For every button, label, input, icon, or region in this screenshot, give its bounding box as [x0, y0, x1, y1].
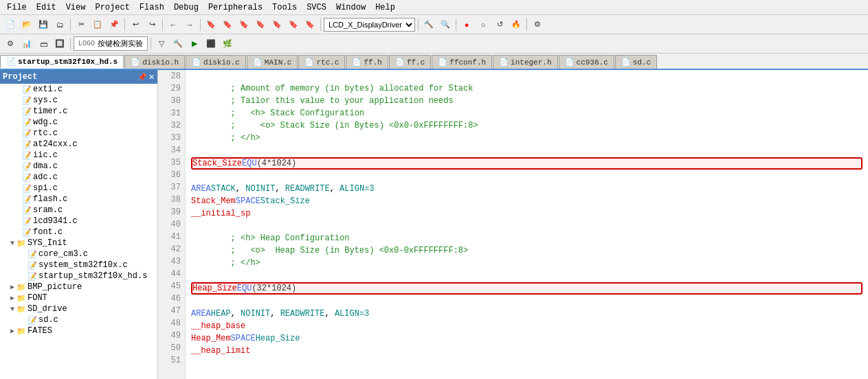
cut-button[interactable]: ✂	[74, 17, 89, 32]
menu-help[interactable]: Help	[371, 1, 399, 14]
tree-item-sys[interactable]: 📝 sys.c	[0, 95, 157, 106]
code-line-41: ; <h> Heap Configuration	[191, 232, 863, 244]
tab-startup[interactable]: 📄 startup_stm32f10x_hd.s	[0, 55, 124, 69]
tree-item-timer[interactable]: 📝 timer.c	[0, 106, 157, 117]
tree-item-spi[interactable]: 📝 spi.c	[0, 183, 157, 194]
tree-item-iic[interactable]: 📝 iic.c	[0, 150, 157, 161]
bookmark2-button[interactable]: 🔖	[220, 17, 235, 32]
bookmark5-button[interactable]: 🔖	[269, 17, 285, 32]
tab-main-c[interactable]: 📄 MAIN.c	[247, 55, 298, 69]
tree-item-sram[interactable]: 📝 sram.c	[0, 205, 157, 216]
build-button[interactable]: 🔨	[421, 17, 436, 32]
nav-back-button[interactable]: ←	[166, 17, 181, 32]
open-button[interactable]: 📂	[19, 17, 34, 32]
logo-icon: LOGO	[78, 40, 95, 47]
menu-debug[interactable]: Debug	[170, 1, 203, 14]
tb2-stop-btn[interactable]: ⬛	[203, 36, 219, 51]
tab-integer-h[interactable]: 📄 integer.h	[493, 55, 557, 69]
new-button[interactable]: 📄	[3, 17, 18, 32]
tree-item-exti[interactable]: 📝 exti.c	[0, 84, 157, 95]
stop-button[interactable]: ○	[476, 17, 491, 32]
tree-item-font-folder[interactable]: ▶ 📁 FONT	[0, 292, 157, 303]
paste-button[interactable]: 📌	[107, 17, 122, 32]
tree-item-bmp[interactable]: ▶ 📁 BMP_picture	[0, 282, 157, 292]
menu-flash[interactable]: Flash	[135, 1, 168, 14]
tb2-btn1[interactable]: ⚙	[3, 36, 18, 51]
tb2-btn3[interactable]: 🗃	[36, 36, 51, 51]
options-button[interactable]: ⚙	[530, 17, 545, 32]
reset-button[interactable]: ↺	[492, 17, 507, 32]
editor[interactable]: 2829303132333435363738394041424344454647…	[158, 70, 868, 379]
folder-icon-bmp: 📁	[16, 283, 26, 292]
undo-button[interactable]: ↩	[128, 17, 143, 32]
tree-item-startup-stm32[interactable]: 📝 startup_stm32f10x_hd.s	[0, 271, 157, 282]
code-line-49: Heap_Mem SPACE Heap_Size	[191, 332, 863, 345]
bookmark6-button[interactable]: 🔖	[286, 17, 301, 32]
run-button[interactable]: ●	[459, 17, 474, 32]
bookmark7-button[interactable]: 🔖	[302, 17, 318, 32]
search-button[interactable]: 🔍	[438, 17, 453, 32]
redo-button[interactable]: ↪	[144, 17, 159, 32]
tab-diskio-c[interactable]: 📄 diskio.c	[186, 55, 246, 69]
tab-ff-h[interactable]: 📄 ff.h	[346, 55, 388, 69]
bookmark4-button[interactable]: 🔖	[253, 17, 268, 32]
menu-peripherals[interactable]: Peripherals	[204, 1, 267, 14]
separator7	[456, 19, 456, 31]
tree-item-system-stm32[interactable]: 📝 system_stm32f10x.c	[0, 260, 157, 271]
flash-button[interactable]: 🔥	[509, 17, 524, 32]
tree-item-fates[interactable]: ▶ 📁 FATES	[0, 325, 157, 336]
tree-item-at24cxx[interactable]: 📝 at24cxx.c	[0, 139, 157, 150]
tab-sd-c[interactable]: 📄 sd.c	[615, 55, 657, 69]
target-combo[interactable]: LCD_X_DisplayDriver	[324, 18, 415, 32]
nav-forward-button[interactable]: →	[182, 17, 197, 32]
tree-item-font[interactable]: 📝 font.c	[0, 227, 157, 238]
bookmark3-button[interactable]: 🔖	[236, 17, 252, 32]
save-button[interactable]: 💾	[36, 17, 51, 32]
tree-item-wdg[interactable]: 📝 wdg.c	[0, 117, 157, 128]
copy-button[interactable]: 📋	[90, 17, 105, 32]
menu-view[interactable]: View	[62, 1, 90, 14]
menu-svcs[interactable]: SVCS	[302, 1, 331, 14]
tree-item-core-cm3[interactable]: 📝 core_cm3.c	[0, 249, 157, 260]
tb2-run-btn[interactable]: ▶	[187, 36, 202, 51]
tab-diskio-h[interactable]: 📄 diskio.h	[124, 55, 185, 69]
tb2-extra-btn[interactable]: 🌿	[220, 36, 235, 51]
menu-window[interactable]: Window	[332, 1, 370, 14]
tb2-btn4[interactable]: 🔲	[52, 36, 67, 51]
toggle-fates[interactable]: ▶	[8, 327, 16, 335]
tab-icon-rtc: 📄	[304, 58, 314, 67]
bookmark1-button[interactable]: 🔖	[203, 17, 219, 32]
code-area[interactable]: ; Amount of memory (in bytes) allocated …	[186, 70, 868, 379]
file-icon-dma: 📝	[22, 162, 32, 171]
tree-item-rtc[interactable]: 📝 rtc.c	[0, 128, 157, 139]
menu-project[interactable]: Project	[91, 1, 133, 14]
tb2-build-btn[interactable]: 🔨	[170, 36, 186, 51]
tab-rtc-c[interactable]: 📄 rtc.c	[298, 55, 345, 69]
project-label-container: LOGO 按键检测实验	[74, 36, 148, 51]
toggle-sysinit[interactable]: ▼	[8, 240, 16, 247]
tree-item-dma[interactable]: 📝 dma.c	[0, 161, 157, 172]
tab-ff-c[interactable]: 📄 ff.c	[389, 55, 431, 69]
tree-item-sysinit[interactable]: ▼ 📁 SYS_Init	[0, 238, 157, 249]
file-icon-iic: 📝	[22, 151, 32, 160]
tab-ffconf-h[interactable]: 📄 ffconf.h	[432, 55, 492, 69]
menu-tools[interactable]: Tools	[268, 1, 301, 14]
tree-item-sd-drive[interactable]: ▼ 📁 SD_drive	[0, 303, 157, 314]
toggle-bmp[interactable]: ▶	[8, 283, 16, 291]
save-all-button[interactable]: 🗂	[52, 17, 67, 32]
tree-item-lcd9341[interactable]: 📝 lcd9341.c	[0, 216, 157, 227]
tab-cc936-c[interactable]: 📄 cc936.c	[559, 55, 614, 69]
toggle-sd-drive[interactable]: ▼	[8, 306, 16, 313]
menubar: File Edit View Project Flash Debug Perip…	[0, 0, 868, 15]
toggle-font-folder[interactable]: ▶	[8, 294, 16, 302]
sidebar-close-button[interactable]: ✕	[148, 73, 155, 82]
sidebar-pin-button[interactable]: 📌	[137, 73, 147, 82]
menu-file[interactable]: File	[3, 1, 31, 14]
file-icon-flash: 📝	[22, 195, 32, 204]
menu-edit[interactable]: Edit	[32, 1, 60, 14]
tree-item-adc[interactable]: 📝 adc.c	[0, 172, 157, 183]
tree-item-flash[interactable]: 📝 flash.c	[0, 194, 157, 205]
tb2-btn2[interactable]: 📊	[19, 36, 34, 51]
tree-item-sd-c[interactable]: 📝 sd.c	[0, 314, 157, 325]
tb2-target-btn[interactable]: ▽	[154, 36, 169, 51]
